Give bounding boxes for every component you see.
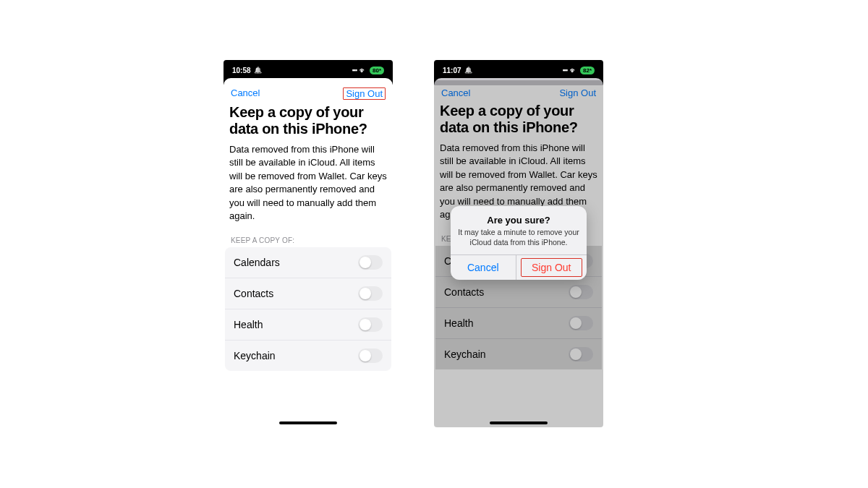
list-item: Keychain — [435, 339, 602, 369]
list-item: Contacts — [435, 277, 602, 308]
cancel-button[interactable]: Cancel — [441, 87, 470, 98]
list-item: Calendars — [225, 247, 391, 278]
toggle-calendars[interactable] — [358, 255, 383, 270]
nav-bar: Cancel Sign Out — [434, 85, 603, 103]
alert-signout-highlight: Sign Out — [516, 255, 587, 280]
home-indicator[interactable] — [279, 421, 337, 424]
battery-indicator: 82* — [580, 67, 595, 74]
home-indicator[interactable] — [490, 421, 548, 424]
section-header: KEEP A COPY OF: — [224, 236, 393, 247]
battery-indicator: 80* — [370, 67, 384, 74]
list-item-label: Health — [444, 317, 473, 329]
page-description: Data removed from this iPhone will still… — [229, 143, 387, 223]
keep-copy-list: Calendars Contacts Health Keychain — [225, 247, 391, 371]
nav-bar: Cancel Sign Out — [224, 85, 393, 104]
wifi-icon: ᯤ — [570, 67, 577, 74]
signal-icon: ▪▪▪ — [562, 67, 567, 74]
alert-title: Are you sure? — [458, 215, 579, 226]
list-item: Keychain — [225, 341, 391, 371]
confirm-signout-alert: Are you sure? It may take a minute to re… — [451, 206, 587, 280]
dnd-icon: 🔔 — [254, 67, 262, 74]
status-bar: 11:07 🔔 ▪▪▪ ᯤ 82* — [434, 60, 603, 80]
status-time: 11:07 — [443, 67, 461, 74]
phone-screenshot-right: 11:07 🔔 ▪▪▪ ᯤ 82* Cancel Sign Out Keep a… — [434, 60, 603, 427]
list-item: Health — [435, 308, 602, 339]
list-item-label: Calendars — [234, 257, 280, 268]
toggle-keychain[interactable] — [569, 347, 593, 361]
list-item-label: Contacts — [444, 286, 484, 298]
list-item-label: Contacts — [234, 288, 273, 299]
alert-message: It may take a minute to remove your iClo… — [458, 228, 579, 247]
alert-signout-button[interactable]: Sign Out — [521, 258, 583, 277]
sign-out-button[interactable]: Sign Out — [346, 88, 383, 99]
toggle-health[interactable] — [569, 316, 593, 330]
list-item-label: Keychain — [234, 350, 276, 361]
page-title: Keep a copy of your data on this iPhone? — [229, 104, 387, 137]
toggle-contacts[interactable] — [569, 285, 593, 299]
wifi-icon: ᯤ — [359, 67, 367, 74]
list-item: Health — [225, 309, 391, 341]
status-bar: 10:58 🔔 ▪▪▪ ᯤ 80* — [224, 60, 393, 80]
page-title: Keep a copy of your data on this iPhone? — [440, 103, 597, 136]
status-time: 10:58 — [232, 67, 251, 74]
list-item-label: Keychain — [444, 348, 486, 360]
phone-screenshot-left: 10:58 🔔 ▪▪▪ ᯤ 80* Cancel Sign Out Keep a… — [224, 60, 393, 427]
sheet-grabber — [224, 80, 393, 85]
dnd-icon: 🔔 — [464, 67, 472, 74]
toggle-keychain[interactable] — [358, 348, 383, 363]
list-item: Contacts — [225, 278, 391, 309]
alert-cancel-button[interactable]: Cancel — [451, 255, 516, 280]
sign-out-button[interactable]: Sign Out — [559, 87, 596, 98]
toggle-contacts[interactable] — [358, 286, 383, 301]
list-item-label: Health — [234, 319, 263, 330]
sign-out-button-highlight: Sign Out — [343, 87, 386, 100]
toggle-health[interactable] — [358, 317, 383, 332]
signal-icon: ▪▪▪ — [352, 67, 357, 74]
cancel-button[interactable]: Cancel — [231, 87, 260, 100]
